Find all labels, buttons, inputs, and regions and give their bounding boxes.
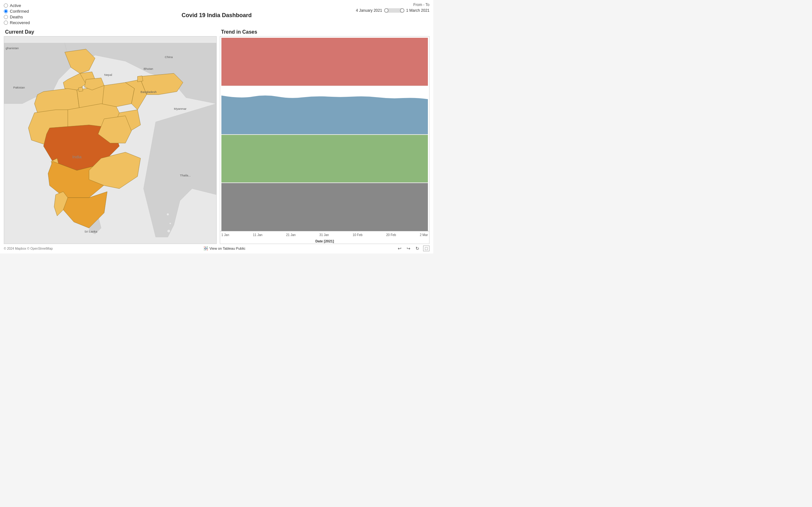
bangladesh-label: Bangladesh xyxy=(140,90,157,94)
india-map-svg: China Pakistan Nepal Bhutan Bangladesh M… xyxy=(4,37,216,244)
x-label-0: 1 Jan xyxy=(222,233,229,237)
tableau-link[interactable]: View on Tableau Public xyxy=(204,246,245,250)
tableau-link-label: View on Tableau Public xyxy=(209,246,245,250)
x-axis-title: Date [2021] xyxy=(220,239,429,244)
ghanistan-label: ghanistan xyxy=(6,46,19,50)
header: Active Confirmed Deaths Recovered Covid … xyxy=(4,3,430,28)
radio-recovered[interactable]: Recovered xyxy=(4,20,48,25)
right-panel: Trend in Cases xyxy=(216,29,430,244)
chart-band-recovered xyxy=(222,86,428,134)
footer-right[interactable]: ↩ ↪ ↻ □ xyxy=(396,245,430,251)
x-label-1: 11 Jan xyxy=(253,233,262,237)
svg-rect-8 xyxy=(207,249,208,250)
dashboard: Active Confirmed Deaths Recovered Covid … xyxy=(0,0,433,253)
undo-button[interactable]: ↩ xyxy=(396,245,403,251)
thailand-label: Thaila... xyxy=(180,174,191,177)
radio-confirmed[interactable]: Confirmed xyxy=(4,9,48,14)
chart-band-active xyxy=(222,135,428,183)
map-copyright: © 2024 Mapbox © OpenStreetMap xyxy=(4,247,53,250)
chart-band-deaths xyxy=(222,183,428,231)
radio-recovered-label: Recovered xyxy=(10,20,30,25)
refresh-button[interactable]: ↻ xyxy=(414,245,421,251)
main-content: Current Day xyxy=(4,29,430,244)
nepal-label: Nepal xyxy=(104,73,112,76)
chart-container: 1 Jan 11 Jan 21 Jan 31 Jan 10 Feb 20 Feb… xyxy=(220,36,430,244)
x-label-3: 31 Jan xyxy=(319,233,329,237)
pakistan-label: Pakistan xyxy=(13,86,25,89)
slider-handle-left[interactable] xyxy=(384,8,388,13)
radio-confirmed-label: Confirmed xyxy=(10,9,29,14)
date-range-values[interactable]: 4 January 2021 1 March 2021 xyxy=(356,8,430,13)
x-label-2: 21 Jan xyxy=(286,233,296,237)
radio-deaths-input[interactable] xyxy=(4,15,8,19)
radio-recovered-input[interactable] xyxy=(4,21,8,25)
srilanka-label: Sri Lanka xyxy=(84,230,98,233)
date-range-label: From - To xyxy=(413,3,430,7)
radio-deaths-label: Deaths xyxy=(10,15,23,19)
chart-wave-svg xyxy=(222,86,428,134)
svg-rect-9 xyxy=(207,246,208,247)
date-range-control: From - To 4 January 2021 1 March 2021 xyxy=(356,3,430,13)
date-slider[interactable] xyxy=(385,8,404,13)
metric-selector: Active Confirmed Deaths Recovered xyxy=(4,3,48,25)
chart-section-title: Trend in Cases xyxy=(220,29,430,35)
svg-point-1 xyxy=(169,222,171,224)
slider-track[interactable] xyxy=(385,8,404,13)
chart-band-confirmed xyxy=(222,38,428,86)
radio-confirmed-input[interactable] xyxy=(4,9,8,13)
footer-left: © 2024 Mapbox © OpenStreetMap xyxy=(4,247,53,250)
left-panel: Current Day xyxy=(4,29,216,244)
x-label-6: 2 Mar xyxy=(420,233,428,237)
svg-rect-7 xyxy=(204,246,204,247)
svg-point-0 xyxy=(167,213,169,216)
bhutan-label: Bhutan xyxy=(144,67,153,70)
x-label-5: 20 Feb xyxy=(386,233,396,237)
footer: © 2024 Mapbox © OpenStreetMap View on Ta… xyxy=(4,244,430,252)
svg-rect-4 xyxy=(205,249,206,250)
x-label-4: 10 Feb xyxy=(353,233,363,237)
dashboard-title: Covid 19 India Dashboard xyxy=(181,12,252,19)
radio-active-input[interactable] xyxy=(4,3,8,8)
map-section-title: Current Day xyxy=(4,29,216,35)
radio-deaths[interactable]: Deaths xyxy=(4,15,48,19)
myanmar-label: Myanmar xyxy=(174,107,187,110)
svg-rect-10 xyxy=(204,249,204,250)
india-label: India xyxy=(72,155,82,159)
chart-x-axis: 1 Jan 11 Jan 21 Jan 31 Jan 10 Feb 20 Feb… xyxy=(220,231,429,239)
svg-rect-3 xyxy=(205,246,206,248)
x-axis-labels: 1 Jan 11 Jan 21 Jan 31 Jan 10 Feb 20 Feb… xyxy=(222,233,428,237)
date-start: 4 January 2021 xyxy=(356,8,382,13)
map-container[interactable]: China Pakistan Nepal Bhutan Bangladesh M… xyxy=(4,36,216,244)
china-label: China xyxy=(165,55,173,59)
redo-button[interactable]: ↪ xyxy=(405,245,412,251)
svg-point-2 xyxy=(167,229,170,233)
tableau-icon xyxy=(204,246,208,250)
slider-handle-right[interactable] xyxy=(400,8,404,13)
svg-rect-5 xyxy=(204,248,205,249)
radio-active[interactable]: Active xyxy=(4,3,48,8)
radio-active-label: Active xyxy=(10,3,21,8)
svg-rect-6 xyxy=(206,248,208,249)
fullscreen-button[interactable]: □ xyxy=(423,245,430,251)
chart-area xyxy=(220,37,429,231)
date-end: 1 March 2021 xyxy=(406,8,430,13)
